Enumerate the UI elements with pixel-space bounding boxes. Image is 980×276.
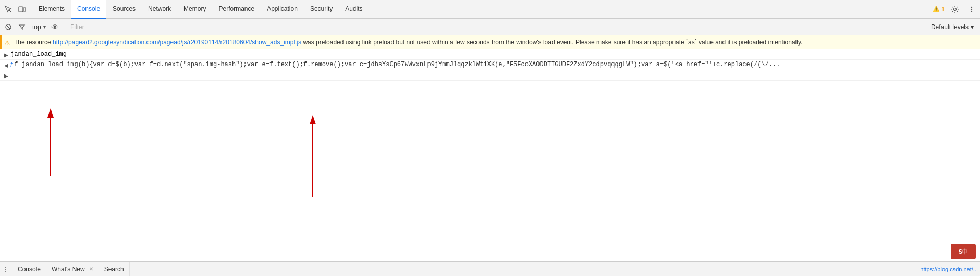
- tab-network[interactable]: Network: [142, 0, 177, 19]
- svg-rect-1: [19, 7, 23, 12]
- devtools-tabbar: Elements Console Sources Network Memory …: [0, 0, 980, 19]
- svg-line-0: [9, 10, 11, 12]
- context-select-wrapper[interactable]: top ▾: [32, 23, 46, 31]
- tab-memory[interactable]: Memory: [177, 0, 212, 19]
- function-type-icon: f: [10, 61, 12, 68]
- svg-point-4: [971, 6, 972, 7]
- svg-point-6: [971, 10, 972, 11]
- expand-left-icon: ◀: [4, 62, 8, 68]
- tab-performance[interactable]: Performance: [212, 0, 261, 19]
- tab-console[interactable]: Console: [71, 0, 106, 19]
- log-content-function-code: f jandan_load_img(b){var d=$(b);var f=d.…: [14, 61, 978, 68]
- filter-input[interactable]: [70, 23, 175, 31]
- tab-application[interactable]: Application: [261, 0, 304, 19]
- toolbar-divider: [66, 22, 66, 32]
- warning-text-before: The resource: [14, 39, 53, 46]
- log-row-expand-3[interactable]: ▶: [0, 70, 980, 81]
- clear-console-button[interactable]: [2, 21, 15, 33]
- log-row-jandan-expandable[interactable]: ▶ jandan_load_img: [0, 49, 980, 60]
- console-left-icons: [2, 21, 28, 33]
- inspect-element-button[interactable]: [2, 3, 15, 16]
- tab-security[interactable]: Security: [304, 0, 339, 19]
- warning-icon: ⚠: [4, 38, 10, 48]
- svg-rect-2: [23, 8, 26, 11]
- console-toolbar: top ▾ 👁 Default levels ▾: [0, 19, 980, 35]
- levels-chevron-icon: ▾: [971, 23, 974, 31]
- warning-message-row: ⚠ The resource http://pagead2.googlesynd…: [0, 35, 980, 49]
- sogou-ime-icon[interactable]: S中: [951, 244, 976, 259]
- tab-sources[interactable]: Sources: [106, 0, 142, 19]
- expand-icon-3: ▶: [4, 73, 8, 79]
- warning-triangle-icon: ⚠️: [933, 6, 940, 12]
- svg-marker-12: [310, 115, 316, 124]
- console-output-area: ⚠ The resource http://pagead2.googlesynd…: [0, 35, 980, 261]
- console-filter-button[interactable]: [16, 21, 28, 33]
- log-row-function-def[interactable]: ◀ f f jandan_load_img(b){var d=$(b);var …: [0, 60, 980, 70]
- svg-marker-10: [47, 108, 54, 118]
- warning-text-after: was preloaded using link preload but not…: [301, 39, 802, 46]
- default-levels-button[interactable]: Default levels ▾: [927, 23, 978, 31]
- devtools-settings-button[interactable]: [949, 3, 961, 16]
- eye-icon[interactable]: 👁: [48, 23, 62, 31]
- devtools-right-area: ⚠️ 1: [933, 3, 978, 16]
- svg-point-5: [971, 8, 972, 9]
- expand-triangle-icon: ▶: [4, 52, 8, 58]
- warning-count-badge: ⚠️ 1: [933, 6, 945, 12]
- tab-elements[interactable]: Elements: [32, 0, 71, 19]
- devtools-left-icons: [2, 3, 28, 16]
- tab-audits[interactable]: Audits: [339, 0, 369, 19]
- svg-point-3: [954, 8, 957, 10]
- devtools-more-button[interactable]: [965, 3, 978, 16]
- log-content-jandan-name: jandan_load_img: [10, 51, 978, 58]
- svg-line-8: [7, 26, 10, 29]
- device-toolbar-button[interactable]: [16, 3, 28, 16]
- warning-link[interactable]: http://pagead2.googlesyndication.com/pag…: [53, 39, 301, 46]
